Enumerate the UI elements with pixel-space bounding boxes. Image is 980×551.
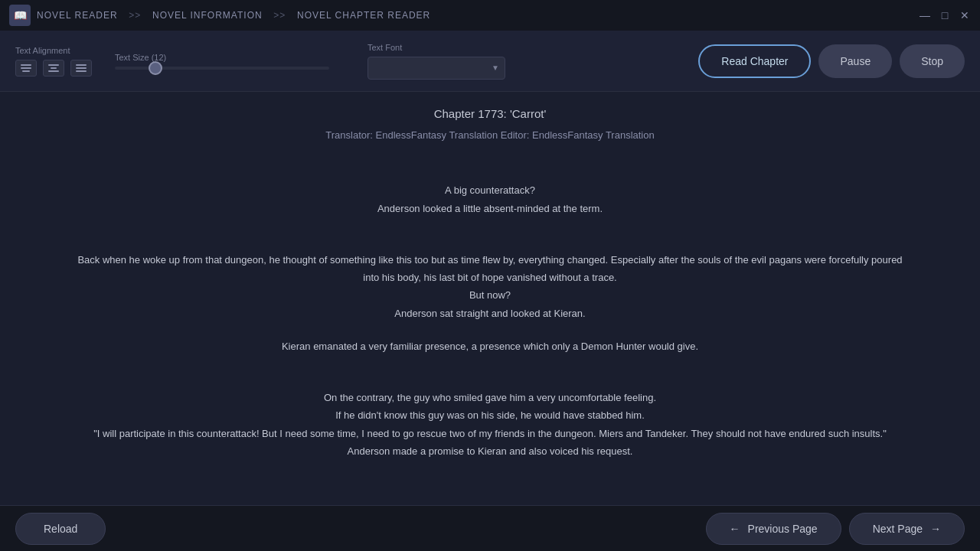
text-font-section: Text Font Segoe UI Arial Times New Roman… — [368, 43, 505, 80]
paragraph-2: Back when he woke up from that dungeon, … — [69, 233, 911, 322]
paragraph-4: On the contrary, the guy who smiled gave… — [69, 371, 911, 461]
align-center-button[interactable] — [43, 60, 64, 77]
translator-info: Translator: EndlessFantasy Translation E… — [46, 129, 934, 141]
align-left-button[interactable] — [15, 60, 37, 77]
titlebar: 📖 NOVEL READER >> NOVEL INFORMATION >> N… — [0, 0, 980, 31]
next-page-button[interactable]: Next Page — [849, 513, 965, 545]
bottom-nav-buttons: Previous Page Next Page — [706, 513, 965, 545]
textfont-label: Text Font — [368, 43, 505, 52]
line2 — [21, 67, 31, 69]
alignment-buttons — [15, 60, 92, 77]
textsize-slider[interactable] — [115, 67, 329, 70]
breadcrumb-1: NOVEL READER — [37, 10, 118, 21]
read-chapter-button[interactable]: Read Chapter — [698, 44, 811, 78]
close-button[interactable]: ✕ — [959, 9, 971, 21]
text-size-section: Text Size (12) — [115, 53, 345, 70]
previous-page-button[interactable]: Previous Page — [706, 513, 841, 545]
breadcrumb-sep-2: >> — [270, 10, 289, 21]
line1 — [76, 64, 87, 66]
app-logo: 📖 — [9, 5, 31, 26]
content-area[interactable]: Chapter 1773: 'Carrot' Translator: Endle… — [0, 92, 980, 505]
breadcrumb-3: NOVEL CHAPTER READER — [297, 10, 430, 21]
chapter-title: Chapter 1773: 'Carrot' — [46, 107, 934, 120]
line3 — [48, 70, 59, 72]
line1 — [21, 64, 31, 66]
align-justify-button[interactable] — [70, 60, 92, 77]
line3 — [76, 70, 87, 72]
line2 — [76, 67, 87, 69]
font-select[interactable]: Segoe UI Arial Times New Roman Courier N… — [368, 57, 505, 80]
font-select-wrapper: Segoe UI Arial Times New Roman Courier N… — [368, 57, 505, 80]
paragraph-1: A big counterattack? Anderson looked a l… — [46, 164, 934, 217]
prev-page-label: Previous Page — [748, 523, 818, 535]
alignment-label: Text Alignment — [15, 46, 92, 55]
arrow-right-icon — [930, 523, 941, 535]
next-page-label: Next Page — [873, 523, 923, 535]
bottom-bar: Reload Previous Page Next Page — [0, 505, 980, 551]
maximize-button[interactable]: □ — [939, 9, 951, 21]
toolbar: Text Alignment Text Size (12) — [0, 31, 980, 92]
line1 — [48, 64, 59, 66]
text-alignment-section: Text Alignment — [15, 46, 92, 77]
action-buttons: Read Chapter Pause Stop — [698, 44, 965, 78]
stop-button[interactable]: Stop — [900, 44, 965, 78]
line3 — [22, 70, 30, 72]
breadcrumb-sep-1: >> — [126, 10, 145, 21]
reload-button[interactable]: Reload — [15, 513, 106, 545]
breadcrumb: NOVEL READER >> NOVEL INFORMATION >> NOV… — [37, 10, 430, 21]
arrow-left-icon — [730, 523, 740, 535]
minimize-button[interactable]: — — [919, 9, 931, 21]
pause-button[interactable]: Pause — [818, 44, 892, 78]
window-controls: — □ ✕ — [919, 9, 971, 21]
breadcrumb-2: NOVEL INFORMATION — [152, 10, 263, 21]
titlebar-left: 📖 NOVEL READER >> NOVEL INFORMATION >> N… — [9, 5, 430, 26]
textsize-slider-container — [115, 67, 345, 70]
paragraph-3: Kieran emanated a very familiar presence… — [46, 337, 934, 355]
line2 — [51, 67, 57, 69]
